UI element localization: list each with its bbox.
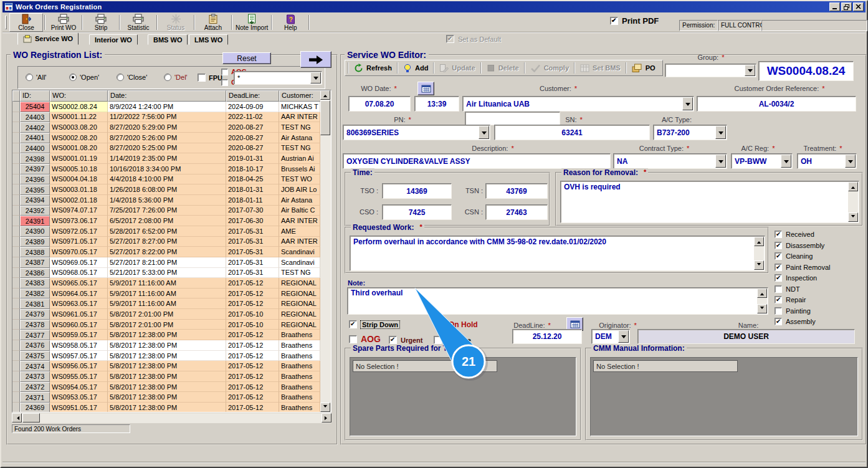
treatment-dropdown-button[interactable] xyxy=(845,155,856,168)
cell-wo[interactable]: WS0958.05.17 xyxy=(50,340,108,351)
cell-id[interactable]: 24379 xyxy=(20,309,50,320)
toolbar-button-print-wo[interactable]: Print WO xyxy=(47,13,80,32)
reason-scrollbar[interactable] xyxy=(848,182,858,222)
table-row[interactable]: 24382WS0964.05.175/9/2017 11:16:00 AM201… xyxy=(12,289,320,299)
cell-id[interactable]: 24402 xyxy=(20,122,50,133)
table-row[interactable]: 25404WS0002.08.248/9/2024 1:24:00 PM2024… xyxy=(12,102,320,112)
cell-wo[interactable]: WS0969.05.17 xyxy=(50,257,108,268)
customer-dropdown-button[interactable] xyxy=(682,97,693,110)
cell-wo[interactable]: WS0973.06.17 xyxy=(50,216,108,226)
group-combo[interactable] xyxy=(665,64,756,77)
strip-down-option[interactable]: Strip Down xyxy=(349,320,399,328)
radio-button[interactable] xyxy=(26,74,33,81)
stage-checkbox[interactable] xyxy=(775,264,782,271)
scroll-down-button[interactable] xyxy=(757,304,767,313)
scroll-thumb[interactable] xyxy=(320,100,330,135)
cell-wo[interactable]: WS0001.01.19 xyxy=(50,153,108,164)
next-wo-arrow-button[interactable] xyxy=(300,51,331,68)
cell-customer[interactable]: Braathens xyxy=(279,361,320,371)
table-row[interactable]: 24383WS0965.05.175/9/2017 11:16:00 AM201… xyxy=(12,278,320,289)
scroll-up-button[interactable] xyxy=(320,90,330,100)
cell-id[interactable]: 24374 xyxy=(20,361,50,371)
table-row[interactable]: 24397WS0005.10.1810/16/2018 3:34:00 PM20… xyxy=(12,164,320,174)
close-window-button[interactable] xyxy=(853,2,864,11)
ac-reg-dropdown-button[interactable] xyxy=(781,155,791,168)
cell-date[interactable]: 5/28/2017 6:52:00 PM xyxy=(108,226,226,237)
reason-textarea[interactable]: OVH is required xyxy=(560,181,859,223)
urgent-checkbox[interactable] xyxy=(389,336,397,344)
cell-deadline[interactable]: 2017-05-12 xyxy=(226,289,279,299)
stage-checkbox[interactable] xyxy=(775,296,782,303)
cell-customer[interactable]: Braathens xyxy=(279,382,320,393)
cell-wo[interactable]: WS0971.05.17 xyxy=(50,237,108,247)
cell-deadline[interactable]: 2020-08-27 xyxy=(226,122,279,133)
cell-customer[interactable]: REGIONAL xyxy=(279,278,320,289)
cell-id[interactable]: 24395 xyxy=(20,184,50,195)
stage-option-received[interactable]: Received xyxy=(775,229,814,239)
cell-customer[interactable]: Braathens xyxy=(279,392,320,403)
cell-deadline[interactable]: 2017-07-30 xyxy=(226,206,279,216)
table-row[interactable]: 24377WS0959.05.175/8/2017 12:38:00 PM201… xyxy=(12,330,320,340)
cso-field[interactable]: 7425 xyxy=(382,204,452,220)
cell-wo[interactable]: WS0002.08.20 xyxy=(50,133,108,143)
column-header-deadline-[interactable]: DeadLine: xyxy=(226,90,279,102)
editor-toolbar-update[interactable]: Update xyxy=(435,62,479,74)
cell-date[interactable]: 5/27/2017 8:21:00 PM xyxy=(108,257,226,268)
wo-date-field[interactable]: 07.08.20 xyxy=(348,96,411,112)
cell-customer[interactable]: TEST NG xyxy=(279,122,320,133)
cell-id[interactable]: 24372 xyxy=(20,382,50,393)
tab-lms-wo[interactable]: LMS WO xyxy=(189,34,228,45)
cell-id[interactable]: 25404 xyxy=(20,102,50,112)
cell-deadline[interactable]: 2017-05-12 xyxy=(226,330,279,340)
set-as-default-checkbox[interactable] xyxy=(446,35,454,43)
deadline-field[interactable]: 25.12.20 xyxy=(512,329,582,344)
column-header-wo-[interactable]: WO: xyxy=(50,90,108,102)
table-row[interactable]: 24374WS0956.05.175/8/2017 12:38:00 PM201… xyxy=(12,361,320,371)
cell-wo[interactable]: WS0001.08.20 xyxy=(50,143,108,154)
minimize-button[interactable] xyxy=(829,2,840,11)
cell-date[interactable]: 5/9/2017 11:16:00 AM xyxy=(108,289,226,299)
ac-type-combo[interactable]: B737-200 xyxy=(653,125,727,140)
cell-id[interactable]: 24369 xyxy=(20,403,50,412)
cell-deadline[interactable]: 2024-09-09 xyxy=(226,102,279,112)
toolbar-button-attach[interactable]: Attach xyxy=(196,13,230,32)
toolbar-button-strip[interactable]: Strip xyxy=(84,13,118,32)
list-vertical-scrollbar[interactable] xyxy=(320,90,331,412)
scroll-right-button[interactable] xyxy=(322,413,331,423)
cell-id[interactable]: 24387 xyxy=(20,257,50,268)
cmm-manual-panel[interactable]: No Selection ! xyxy=(590,357,858,436)
cell-customer[interactable]: REGIONAL xyxy=(279,298,320,309)
stage-checkbox[interactable] xyxy=(775,307,782,315)
cell-wo[interactable]: WS0960.05.17 xyxy=(50,320,108,330)
hscroll-thumb[interactable] xyxy=(22,413,40,423)
cell-date[interactable]: 1/4/2018 5:36:00 PM xyxy=(108,195,226,206)
cell-id[interactable]: 24386 xyxy=(20,268,50,279)
cell-date[interactable]: 5/8/2017 12:38:00 PM xyxy=(108,340,226,351)
cell-customer[interactable]: AME xyxy=(279,226,320,237)
editor-toolbar-comply[interactable]: Comply xyxy=(526,62,573,74)
cell-date[interactable]: 5/8/2017 12:38:00 PM xyxy=(108,382,226,393)
toolbar-button-close[interactable]: Close xyxy=(9,13,43,32)
cell-id[interactable]: 24378 xyxy=(20,320,50,330)
cell-wo[interactable]: WS0974.07.17 xyxy=(50,206,108,216)
cell-wo[interactable]: WS0955.05.17 xyxy=(50,371,108,382)
cell-deadline[interactable]: 2017-05-31 xyxy=(226,237,279,247)
cell-deadline[interactable]: 2017-06-30 xyxy=(226,216,279,226)
table-row[interactable]: 24379WS0961.05.175/8/2017 2:01:00 PM2017… xyxy=(12,309,320,320)
cell-date[interactable]: 4/4/2018 4:10:00 PM xyxy=(108,174,226,185)
radio-button[interactable] xyxy=(164,74,171,81)
stage-checkbox[interactable] xyxy=(775,274,782,282)
cell-date[interactable]: 5/21/2017 5:33:00 PM xyxy=(108,268,226,279)
cell-wo[interactable]: WS0953.05.17 xyxy=(50,392,108,403)
radio--open-[interactable]: 'Open' xyxy=(69,74,99,81)
wo-time-field[interactable]: 13:39 xyxy=(414,96,459,112)
cell-customer[interactable]: AAR INTER xyxy=(279,216,320,226)
stage-checkbox[interactable] xyxy=(775,231,782,238)
stage-option-repair[interactable]: Repair xyxy=(775,295,806,305)
cell-deadline[interactable]: 2017-05-12 xyxy=(226,278,279,289)
cell-customer[interactable]: TEST WO xyxy=(279,174,320,185)
toolbar-button-note-import[interactable]: Note Import xyxy=(234,13,270,32)
on-hold-filter-checkbox[interactable] xyxy=(221,79,228,86)
table-row[interactable]: 24372WS0954.05.175/8/2017 12:38:00 PM201… xyxy=(12,382,320,393)
column-header-date-[interactable]: Date: xyxy=(108,90,226,102)
